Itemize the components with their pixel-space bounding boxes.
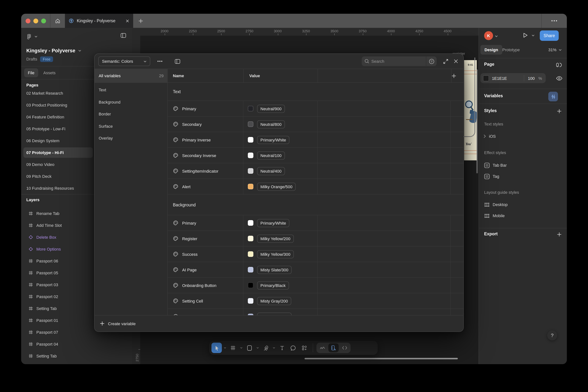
frame-tool-button[interactable] [228, 343, 238, 353]
account-chevron-icon[interactable] [495, 35, 498, 37]
layer-item[interactable]: Passport 01 [21, 314, 93, 326]
chevron-down-icon[interactable] [78, 50, 81, 52]
variable-value[interactable]: Misty Slate/300 [257, 266, 292, 274]
add-style-button[interactable] [556, 108, 563, 114]
variable-swatch[interactable] [248, 298, 253, 304]
page-item[interactable]: 07 Prototype - Hi-Fi [21, 147, 93, 158]
variable-row[interactable]: Secondary InverseNeutral/100 [168, 148, 463, 163]
variable-swatch[interactable] [248, 267, 253, 272]
close-tab-button[interactable] [125, 19, 129, 23]
effect-style-tab-bar[interactable]: Tab Bar [479, 160, 567, 170]
draw-mode-button[interactable] [317, 343, 327, 352]
eye-icon[interactable] [556, 75, 563, 82]
variable-value[interactable]: Neutral/900 [257, 104, 285, 113]
variable-swatch[interactable] [248, 168, 253, 174]
plan-badge[interactable]: Free [40, 56, 53, 62]
variable-value[interactable]: Neutral/800 [257, 120, 285, 128]
layout-style-desktop[interactable]: Desktop [479, 199, 567, 210]
variable-value[interactable]: Neutral/400 [257, 167, 285, 175]
layer-item[interactable]: Setting Tab [21, 350, 93, 362]
sidebar-tab-file[interactable]: File [24, 68, 38, 77]
collapse-sidebar-button[interactable] [121, 33, 126, 38]
create-variable-button[interactable]: Create variable [95, 315, 463, 332]
variable-swatch[interactable] [248, 137, 253, 142]
shape-tool-menu[interactable] [255, 343, 260, 353]
pen-tool-button[interactable] [261, 343, 271, 353]
expand-modal-button[interactable] [441, 56, 450, 66]
variable-value[interactable]: Milky Yellow/300 [257, 250, 294, 258]
collection-more-button[interactable] [155, 56, 165, 66]
zoom-window-button[interactable] [41, 18, 46, 23]
variable-row[interactable]: Setting CellMisty Gray/200 [168, 293, 463, 309]
zoom-menu[interactable]: 31% [548, 45, 562, 54]
variable-row[interactable]: SettingItemIndicatorNeutral/400 [168, 163, 463, 179]
file-location[interactable]: Drafts [26, 57, 37, 61]
variable-value[interactable]: Primary/Black [257, 281, 289, 289]
sidebar-tab-assets[interactable]: Assets [39, 68, 59, 77]
share-button[interactable]: Share [540, 30, 559, 41]
tab-prototype[interactable]: Prototype [498, 45, 524, 54]
dev-mode-inspect-button[interactable] [328, 343, 339, 352]
variable-row[interactable]: SecondaryNeutral/800 [168, 116, 463, 132]
page-item[interactable]: 04 Feature Definition [21, 111, 93, 123]
page-item[interactable]: 06 Design System [21, 135, 93, 147]
variable-row[interactable]: RegisterMilky Yellow/200 [168, 231, 463, 246]
variable-row[interactable]: Action ButtonMisty Slate/400 [168, 309, 463, 316]
pen-tool-menu[interactable] [272, 343, 276, 353]
group-item-text[interactable]: Text [95, 84, 167, 96]
variable-swatch[interactable] [248, 184, 253, 189]
variable-swatch[interactable] [248, 220, 253, 226]
close-window-button[interactable] [25, 18, 30, 23]
variable-value[interactable]: Primary/White [257, 219, 289, 227]
variable-value[interactable]: Misty Gray/200 [257, 297, 291, 305]
page-color-swatch[interactable] [483, 75, 489, 81]
group-item-overlay[interactable]: Overlay [95, 132, 167, 144]
variable-row[interactable]: SuccessMilky Yellow/300 [168, 246, 463, 262]
comment-tool-button[interactable] [288, 343, 298, 353]
text-style-ios[interactable]: iOS [479, 131, 567, 142]
dev-mode-code-button[interactable] [339, 343, 350, 352]
figma-logo-icon[interactable] [26, 34, 32, 39]
variable-value[interactable]: Primary/White [257, 136, 289, 144]
add-export-button[interactable] [556, 231, 563, 238]
close-modal-button[interactable] [451, 56, 461, 66]
present-button[interactable] [522, 32, 529, 38]
chevron-down-icon[interactable] [34, 36, 37, 37]
help-button[interactable]: ? [547, 330, 557, 340]
variable-row[interactable]: PrimaryPrimary/White [168, 215, 463, 231]
move-tool-button[interactable] [212, 343, 222, 353]
layer-item[interactable]: Passport 04 [21, 338, 93, 350]
open-variables-button[interactable] [548, 92, 558, 101]
variable-row[interactable]: AlertMilky Orange/500 [168, 179, 463, 194]
group-item-background[interactable]: Background [95, 96, 167, 108]
variable-value[interactable]: Milky Yellow/200 [257, 234, 294, 242]
canvas-vertical-scrollbar[interactable] [476, 70, 478, 173]
layer-item[interactable]: Passport 03 [21, 279, 93, 291]
variable-swatch[interactable] [248, 106, 253, 111]
layer-item[interactable]: More Options [21, 243, 93, 255]
variable-swatch[interactable] [248, 122, 253, 127]
page-item[interactable]: 09 Pitch Deck [21, 170, 93, 182]
variable-value[interactable]: Milky Orange/500 [257, 182, 296, 190]
variable-row[interactable]: AI PageMisty Slate/300 [168, 262, 463, 278]
frame-tool-menu[interactable] [239, 343, 243, 353]
text-tool-button[interactable] [277, 343, 287, 353]
toggle-groups-panel-button[interactable] [173, 56, 182, 66]
layer-item[interactable]: Passport 06 [21, 255, 93, 267]
layer-item[interactable]: Delete Box [21, 231, 93, 243]
page-item[interactable]: 10 Fundraising Resources [21, 182, 93, 194]
page-item[interactable]: 09 Demo Video [21, 158, 93, 170]
variable-value[interactable]: Neutral/100 [257, 151, 285, 160]
page-item[interactable]: 03 Product Positioning [21, 99, 93, 111]
layout-style-mobile[interactable]: Mobile [479, 210, 567, 221]
add-variable-button[interactable] [449, 71, 459, 80]
variable-row[interactable]: Primary InversePrimary/White [168, 132, 463, 148]
collection-dropdown[interactable]: Semantic: Colors [98, 56, 150, 66]
filter-button[interactable] [426, 56, 437, 66]
file-tab[interactable]: Kingsley - Polyverse [65, 14, 133, 28]
search-input[interactable]: Search [371, 59, 426, 64]
group-item-border[interactable]: Border [95, 108, 167, 120]
present-menu-chevron-icon[interactable] [532, 34, 535, 36]
layer-item[interactable]: Rename Tab [21, 208, 93, 220]
avatar[interactable]: K [484, 31, 493, 40]
